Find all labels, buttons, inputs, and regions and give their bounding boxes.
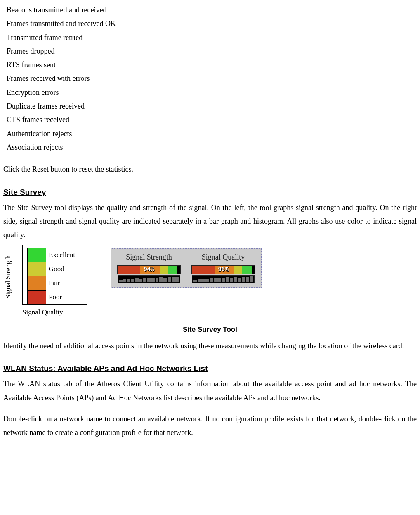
gauge-chart: Signal Strength Excellent Good Fair Poor	[3, 245, 90, 319]
signal-quality-column: Signal Quality 96%	[190, 250, 257, 283]
list-item: CTS frames received	[7, 113, 417, 127]
list-item: RTS frames sent	[7, 58, 417, 72]
band-label: Poor	[49, 291, 62, 303]
gauge-band-poor: Poor	[27, 290, 75, 304]
wlan-paragraph-2: Double-click on a network name to connec…	[3, 412, 417, 440]
figures-row: Signal Strength Excellent Good Fair Poor	[3, 245, 417, 319]
color-swatch	[27, 262, 46, 276]
list-item: Association rejects	[7, 141, 417, 154]
color-swatch	[27, 248, 46, 262]
signal-strength-histogram	[118, 275, 180, 283]
wlan-paragraph-1: The WLAN status tab of the Atheros Clien…	[3, 377, 417, 405]
list-item: Frames received with errors	[7, 72, 417, 85]
signal-strength-value: 94%	[144, 265, 154, 275]
color-swatch	[27, 290, 46, 304]
color-swatch	[27, 276, 46, 290]
signal-quality-title: Signal Quality	[202, 250, 245, 264]
band-label: Fair	[49, 276, 60, 289]
list-item: Encryption errors	[7, 86, 417, 99]
signal-strength-column: Signal Strength 94%	[116, 250, 182, 283]
signal-quality-bar: 96%	[191, 265, 255, 274]
site-survey-heading: Site Survey	[3, 185, 417, 199]
list-item: Frames dropped	[7, 45, 417, 58]
gauge-band-fair: Fair	[27, 276, 75, 290]
list-item: Authentication rejects	[7, 127, 417, 141]
signal-quality-value: 96%	[218, 265, 228, 275]
identify-paragraph: Identify the need of additional access p…	[3, 339, 417, 353]
band-label: Good	[49, 262, 64, 275]
signal-quality-histogram	[192, 275, 255, 283]
signal-strength-title: Signal Strength	[126, 250, 172, 264]
wlan-status-heading: WLAN Status: Available APs and Ad Hoc Ne…	[3, 361, 417, 376]
site-survey-paragraph: The Site Survey tool displays the qualit…	[3, 201, 417, 242]
reset-paragraph: Click the Reset button to reset the stat…	[3, 163, 417, 176]
figure-caption: Site Survey Tool	[3, 323, 417, 336]
gauge-band-excellent: Excellent	[27, 248, 75, 262]
list-item: Beacons transmitted and received	[7, 3, 417, 17]
gauge-band-good: Good	[27, 262, 75, 276]
list-item: Transmitted frame retried	[7, 31, 417, 45]
signal-panel: Signal Strength 94%	[111, 248, 262, 288]
y-axis-label: Signal Strength	[2, 252, 10, 302]
signal-strength-bar: 94%	[117, 265, 181, 274]
x-axis-label: Signal Quality	[22, 306, 63, 319]
statistics-list: Beacons transmitted and received Frames …	[7, 3, 417, 154]
gauge-bands: Excellent Good Fair Poor	[27, 248, 75, 304]
band-label: Excellent	[49, 248, 75, 261]
list-item: Frames transmitted and received OK	[7, 17, 417, 31]
list-item: Duplicate frames received	[7, 99, 417, 113]
